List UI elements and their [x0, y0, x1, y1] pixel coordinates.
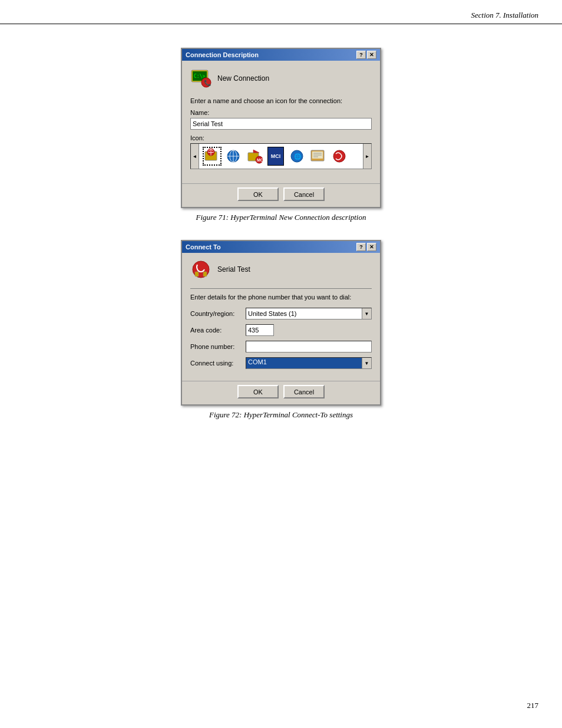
icon-2[interactable] [224, 147, 243, 166]
dialog-title-2: Connect To [186, 243, 221, 251]
connect-to-dialog: Connect To ? ✕ [181, 240, 381, 406]
phone-number-label: Phone number: [190, 343, 242, 350]
connect-using-arrow-icon[interactable]: ▼ [362, 358, 371, 368]
connect-using-dropdown[interactable]: COM1 ▼ [246, 357, 372, 369]
icon-label: Icon: [190, 134, 372, 141]
connect-to-header: Serial Test [190, 259, 372, 280]
area-code-input[interactable] [246, 324, 274, 336]
connect-instruction: Enter details for the phone number that … [190, 294, 372, 301]
dialog-titlebar-1: Connection Description ? ✕ [182, 49, 380, 61]
serial-test-label: Serial Test [217, 265, 250, 274]
name-label: Name: [190, 109, 372, 116]
page-number: 217 [527, 701, 539, 710]
dialog-instruction-1: Enter a name and choose an icon for the … [190, 97, 372, 104]
close-button-2[interactable]: ✕ [367, 243, 376, 251]
area-code-row: Area code: [190, 324, 372, 336]
connect-to-body: Serial Test Enter details for the phone … [182, 253, 380, 378]
connection-header: C:\> 📞 New Connection [190, 68, 372, 89]
titlebar-buttons-2: ? ✕ [356, 243, 376, 251]
svg-rect-26 [203, 272, 207, 276]
figure-71-caption: Figure 71: HyperTerminal New Connection … [196, 213, 366, 222]
help-button-2[interactable]: ? [356, 243, 366, 251]
separator-1 [190, 288, 372, 289]
country-label: Country/region: [190, 310, 242, 317]
icons-list: MCI MCI 🌐 [203, 147, 349, 166]
svg-text:C:\>: C:\> [194, 74, 205, 79]
ok-button-2[interactable]: OK [237, 385, 279, 398]
scroll-right-icon[interactable]: ► [363, 144, 371, 169]
dialog-titlebar-2: Connect To ? ✕ [182, 241, 380, 253]
svg-text:🌐: 🌐 [294, 153, 302, 160]
svg-rect-25 [195, 272, 199, 276]
connection-name-label: New Connection [217, 74, 269, 83]
figure-72-caption: Figure 72: HyperTerminal Connect-To sett… [209, 410, 353, 420]
ok-button-1[interactable]: OK [237, 187, 279, 201]
dialog-title-1: Connection Description [186, 51, 259, 58]
country-input[interactable] [246, 308, 362, 319]
serial-test-icon [190, 259, 211, 280]
name-input[interactable] [190, 118, 372, 130]
scroll-left-icon[interactable]: ◄ [191, 144, 199, 169]
figure-71-wrapper: Connection Description ? ✕ [181, 48, 381, 222]
country-arrow-icon[interactable]: ▼ [362, 308, 371, 319]
connect-using-value: COM1 [246, 358, 362, 368]
svg-marker-13 [253, 150, 259, 153]
titlebar-buttons-1: ? ✕ [356, 51, 376, 59]
dialog-body-1: C:\> 📞 New Connection Enter a name and c… [182, 61, 380, 181]
help-button-1[interactable]: ? [356, 51, 366, 59]
svg-text:📞: 📞 [204, 79, 211, 87]
country-dropdown[interactable]: ▼ [246, 308, 372, 319]
icon-7[interactable] [330, 147, 349, 166]
close-button-1[interactable]: ✕ [367, 51, 376, 59]
section-title: Section 7. Installation [471, 11, 538, 20]
svg-text:MCI: MCI [257, 158, 263, 162]
icon-picker: ◄ [190, 143, 372, 169]
dialog-footer-1: OK Cancel [182, 183, 380, 207]
connection-description-dialog: Connection Description ? ✕ [181, 48, 381, 208]
cancel-button-2[interactable]: Cancel [283, 385, 325, 398]
icon-1[interactable] [203, 147, 222, 166]
figure-72-wrapper: Connect To ? ✕ [181, 240, 381, 420]
icon-3[interactable]: MCI [245, 147, 264, 166]
page-content: Connection Description ? ✕ [0, 24, 562, 420]
icon-5[interactable]: 🌐 [287, 147, 306, 166]
connect-using-label: Connect using: [190, 360, 242, 367]
page-header: Section 7. Installation [0, 0, 562, 24]
new-connection-icon: C:\> 📞 [190, 68, 211, 89]
mci-badge: MCI [267, 147, 284, 166]
svg-point-23 [333, 150, 345, 162]
country-row: Country/region: ▼ [190, 308, 372, 319]
dialog-footer-2: OK Cancel [182, 381, 380, 404]
connect-using-row: Connect using: COM1 ▼ [190, 357, 372, 369]
icon-6[interactable] [309, 147, 328, 166]
phone-number-row: Phone number: [190, 341, 372, 353]
phone-number-input[interactable] [246, 341, 372, 353]
cancel-button-1[interactable]: Cancel [283, 187, 325, 201]
area-code-label: Area code: [190, 327, 242, 334]
icon-4-mci[interactable]: MCI [266, 147, 285, 166]
